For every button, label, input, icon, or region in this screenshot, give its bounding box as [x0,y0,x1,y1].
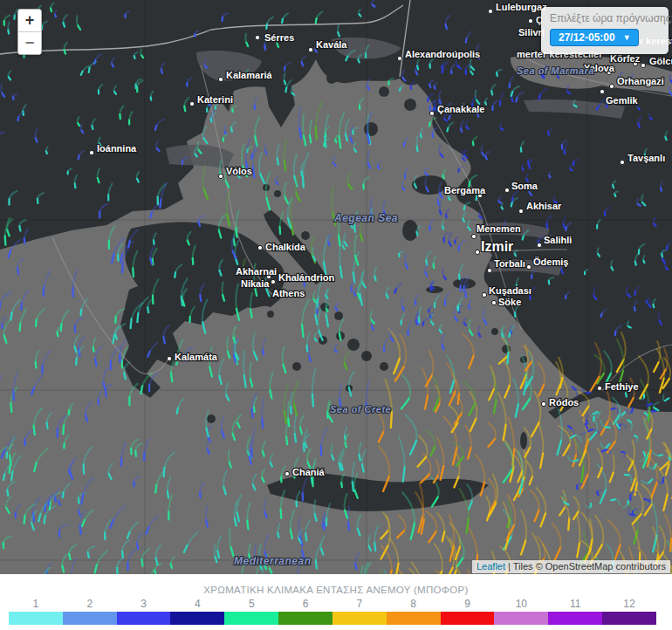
wind-streamline-head [374,277,375,281]
island-dodecanese-2 [491,328,498,335]
island-tinos [334,312,343,320]
city-label: Kalamáta [175,352,218,362]
legend-segment: 6 [278,598,333,625]
legend-segment: 9 [441,598,495,625]
wind-streamline-head [417,66,418,70]
city-marker [491,300,496,305]
island-chios [402,220,418,241]
dropdown-arrow-icon: ▼ [623,34,631,42]
wind-streamline-head [669,457,671,459]
wind-streamline-head [343,246,345,249]
wind-streamline-head [65,50,66,53]
wind-streamline-head [55,497,56,502]
legend-bar: 123456789101112 [9,598,656,625]
city-label: Luleburgaz [496,2,547,12]
legend-color-swatch [63,612,117,625]
legend-scale-number: 11 [548,598,602,610]
wind-streamline-head [264,45,265,50]
city-label: Izmir [481,239,513,254]
sea-label: Aegean Sea [333,212,398,224]
wind-streamline-head [346,443,346,448]
wind-streamline-head [614,194,615,196]
legend-scale-number: 9 [441,598,495,610]
legend-color-swatch [333,612,387,625]
wind-streamline-head [508,353,509,364]
wind-streamline-head [324,143,325,147]
wind-streamline-head [304,283,305,286]
wind-streamline-head [80,526,81,534]
city-marker [218,174,223,178]
wind-streamline-head [662,477,663,483]
wind-streamline-head [338,32,339,36]
wind-streamline-head [511,92,512,96]
wind-streamline-head [291,407,291,414]
wind-streamline-head [316,127,317,139]
wind-streamline-head [570,169,572,171]
legend-color-swatch [117,612,171,625]
wind-streamline-head [5,236,6,244]
wind-map[interactable]: SérresKaválaAlexandroúpolisLuleburgazÇSi… [0,0,672,574]
wind-streamline-head [574,106,577,107]
city-marker [597,386,601,390]
wind-streamline-head [45,516,45,523]
wind-streamline-head [285,67,285,71]
forecast-time-select[interactable]: 27/12-05:00 ▼ [550,29,639,46]
wind-streamline-head [95,359,96,366]
wind-streamline-head [652,411,655,412]
map-canvas: SérresKaválaAlexandroúpolisLuleburgazÇSi… [0,0,672,574]
wind-streamline-head [326,309,327,312]
legend-color-swatch [387,612,441,625]
wind-streamline-head [3,474,4,480]
wind-streamline-head [443,238,444,242]
city-marker [471,234,476,238]
wind-streamline-head [523,168,524,170]
city-marker [285,471,289,476]
wind-streamline-head [566,227,566,230]
zoom-out-button[interactable]: − [18,32,41,54]
wind-streamline-head [511,202,512,206]
wind-streamline-head [46,151,47,154]
wind-streamline-head [182,161,183,164]
attribution-separator: | [505,561,513,572]
wind-streamline-head [670,539,671,551]
wind-streamline-head [394,289,396,293]
wind-streamline-head [36,362,37,368]
wind-streamline-head [236,229,237,237]
zoom-in-button[interactable]: + [18,10,41,32]
wind-streamline-head [443,175,444,179]
wind-streamline-head [7,490,8,496]
legend-segment: 2 [63,598,117,625]
island-sporades-2 [274,190,281,197]
legend-color-swatch [602,612,656,625]
wind-streamline-head [466,38,467,42]
city-label: Nikaia [241,278,270,289]
wind-streamline-head [301,171,302,175]
legend-scale-number: 2 [63,598,117,610]
island-skyros [301,231,310,240]
wind-streamline-head [280,227,281,234]
wind-streamline-head [164,468,165,477]
wind-streamline-head [55,15,56,17]
wind-streamline-head [277,44,278,47]
leaflet-link[interactable]: Leaflet [477,561,505,572]
wind-streamline-head [310,135,311,142]
legend-scale-number: 1 [9,598,63,610]
zoom-control: + − [17,9,42,55]
wind-streamline-head [251,154,252,159]
legend-scale-number: 7 [333,598,387,610]
wind-streamline-head [177,408,178,414]
wind-streamline-head [335,350,337,353]
wind-streamline-head [626,393,627,396]
legend-segment: 5 [224,598,278,625]
wind-streamline-head [568,518,569,530]
wind-streamline-head [360,455,360,461]
wind-streamline-head [285,81,285,85]
wind-streamline-head [10,466,10,473]
wind-streamline-head [155,126,157,130]
wind-streamline-head [661,188,662,190]
city-label: Akhisar [526,201,562,211]
wind-streamline-head [416,72,418,75]
legend-segment: 12 [602,598,656,625]
wind-streamline-head [653,305,654,307]
wind-streamline-head [601,314,602,317]
